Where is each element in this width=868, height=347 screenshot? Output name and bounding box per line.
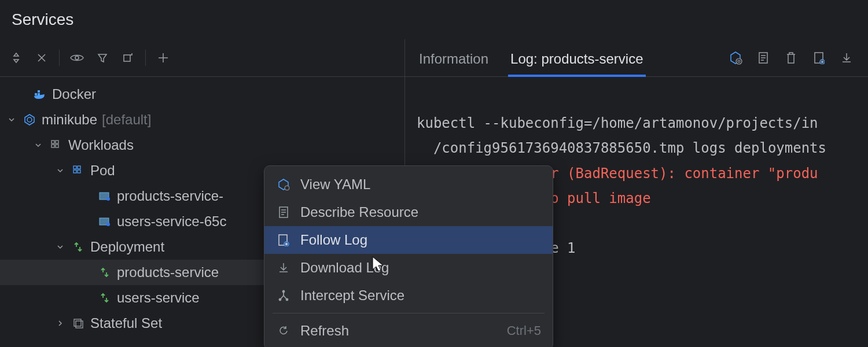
page-title: Services	[0, 0, 868, 39]
tree-label: Workloads	[68, 137, 134, 153]
menu-label: Intercept Service	[300, 287, 541, 304]
svg-rect-4	[38, 90, 40, 93]
tab-information[interactable]: Information	[417, 45, 491, 76]
svg-point-33	[286, 243, 288, 245]
tree-label-suffix: [default]	[102, 112, 151, 128]
svg-rect-9	[52, 145, 54, 147]
menu-label: Download Log	[300, 260, 541, 276]
follow-log-icon	[276, 234, 291, 246]
grid-icon	[49, 139, 64, 151]
svg-point-0	[75, 56, 79, 60]
tree-node-minikube[interactable]: minikube [default]	[0, 107, 404, 132]
tree-toolbar	[0, 39, 404, 77]
menu-label: Refresh	[300, 323, 498, 339]
svg-point-16	[106, 197, 110, 201]
svg-point-22	[736, 58, 742, 64]
menu-describe-resource[interactable]: Describe Resource	[264, 198, 553, 226]
delete-icon[interactable]	[781, 48, 801, 68]
show-icon[interactable]	[65, 46, 89, 69]
svg-point-29	[285, 186, 289, 190]
menu-shortcut: Ctrl+5	[507, 323, 541, 338]
resize-icon[interactable]	[116, 46, 139, 69]
svg-rect-11	[73, 166, 76, 169]
follow-log-icon[interactable]	[809, 48, 829, 68]
menu-label: Follow Log	[300, 232, 541, 248]
menu-view-yaml[interactable]: View YAML	[264, 171, 553, 198]
log-line: /config9561736940837885650.tmp logs depl…	[417, 140, 826, 156]
toolbar-separator	[145, 50, 146, 66]
svg-point-6	[27, 117, 32, 122]
chevron-down-icon	[32, 141, 44, 149]
tree-node-workloads[interactable]: Workloads	[0, 132, 404, 158]
chevron-down-icon	[54, 243, 66, 251]
menu-refresh[interactable]: Refresh Ctrl+5	[264, 317, 553, 345]
menu-intercept-service[interactable]: Intercept Service	[264, 282, 553, 309]
docker-icon	[32, 88, 47, 100]
kubernetes-icon	[22, 113, 37, 126]
menu-download-log[interactable]: Download Log	[264, 254, 553, 282]
menu-label: Describe Resource	[300, 204, 541, 220]
kubernetes-settings-icon[interactable]	[726, 48, 745, 68]
toolbar-separator	[59, 50, 60, 66]
svg-marker-5	[25, 115, 34, 125]
tree-label: users-service-65c	[117, 213, 226, 230]
svg-rect-14	[78, 170, 80, 173]
context-menu: View YAML Describe Resource Follow Log D…	[264, 165, 553, 347]
chevron-down-icon	[6, 116, 17, 124]
tabs-bar: Information Log: products-service	[405, 39, 868, 77]
svg-rect-8	[56, 141, 58, 143]
svg-point-36	[286, 299, 288, 301]
deployment-icon	[97, 292, 112, 304]
tree-label: products-service-	[117, 188, 223, 204]
tab-log[interactable]: Log: products-service	[508, 45, 645, 76]
deployment-icon	[71, 241, 86, 253]
tree-label: Pod	[90, 163, 115, 179]
tree-label: minikube	[42, 112, 97, 128]
describe-icon[interactable]	[753, 48, 773, 68]
svg-rect-1	[124, 55, 130, 61]
chevron-down-icon	[54, 167, 66, 175]
log-line: kubectl --kubeconfig=/home/artamonov/pro…	[417, 115, 818, 131]
svg-rect-3	[38, 93, 40, 95]
tree-label: users-service	[117, 290, 200, 306]
svg-rect-19	[74, 319, 81, 326]
document-icon	[276, 206, 291, 219]
menu-label: View YAML	[300, 176, 541, 193]
collapse-all-icon[interactable]	[30, 46, 53, 69]
kubernetes-icon	[276, 178, 291, 191]
svg-point-27	[822, 61, 823, 63]
svg-rect-2	[35, 93, 37, 95]
svg-rect-12	[78, 166, 80, 169]
tree-label: Docker	[52, 86, 96, 102]
container-icon	[97, 216, 112, 227]
svg-point-35	[279, 299, 281, 301]
add-icon[interactable]	[152, 46, 175, 69]
svg-rect-7	[52, 141, 54, 143]
tree-label: Stateful Set	[90, 315, 162, 331]
filter-icon[interactable]	[91, 46, 114, 69]
svg-rect-20	[76, 321, 83, 328]
download-icon[interactable]	[837, 48, 856, 68]
menu-follow-log[interactable]: Follow Log	[264, 226, 553, 254]
deployment-icon	[97, 267, 112, 278]
tree-label: Deployment	[90, 239, 164, 255]
svg-point-34	[283, 291, 285, 293]
tree-node-docker[interactable]: Docker	[0, 82, 404, 107]
svg-rect-13	[73, 170, 76, 173]
svg-rect-10	[56, 145, 58, 147]
menu-separator	[273, 313, 545, 313]
statefulset-icon	[71, 318, 86, 329]
tree-label: products-service	[117, 264, 219, 280]
download-icon	[276, 262, 291, 274]
svg-point-18	[106, 223, 110, 226]
intercept-icon	[276, 290, 291, 301]
pod-icon	[71, 165, 86, 176]
refresh-icon	[276, 325, 291, 337]
expand-all-icon[interactable]	[5, 46, 28, 69]
container-icon	[97, 191, 112, 201]
chevron-right-icon	[54, 319, 66, 327]
